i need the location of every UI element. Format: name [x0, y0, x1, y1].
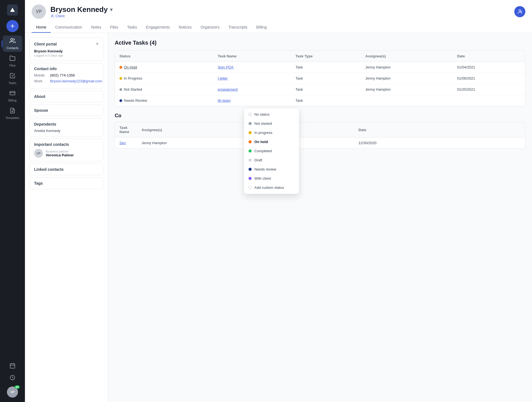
status-needs-review[interactable]: Needs Review [119, 98, 209, 103]
contact-info-details: Mobile (602) 774-1356 Work Bryson.kenned… [34, 73, 99, 83]
chevron-down-icon[interactable]: ▾ [110, 7, 112, 13]
task-date: 12/30/2020 [359, 141, 377, 145]
app-logo [7, 4, 18, 16]
in-progress-label: In progress [254, 131, 272, 135]
important-contacts-section: Important contacts VP Business partner V… [29, 139, 103, 161]
svg-point-11 [52, 14, 53, 16]
with-client-label: With client [254, 176, 271, 180]
tab-engagements[interactable]: Engagements [142, 22, 174, 33]
sidebar-item-templates[interactable]: Templates [3, 105, 22, 122]
no-status-dot [249, 113, 252, 116]
task-type: Task [295, 76, 303, 80]
files-label: Files [9, 64, 16, 67]
important-contact-info: Business partner Veronica Palmer [46, 150, 74, 157]
not-started-dot [249, 122, 252, 125]
col-date: Date [354, 122, 525, 138]
work-email-info: Work Bryson.kennedy123@gmail.com [34, 79, 99, 83]
calendar-icon[interactable] [9, 363, 16, 370]
important-contacts-header[interactable]: Important contacts [34, 142, 99, 147]
dependents-header[interactable]: Dependents [34, 122, 99, 126]
dropdown-item-draft[interactable]: Draft [244, 156, 299, 165]
spouse-section: Spouse [29, 105, 103, 116]
add-button[interactable] [6, 20, 19, 32]
dropdown-item-with-client[interactable]: With client [244, 174, 299, 183]
dropdown-item-needs-review[interactable]: Needs review [244, 165, 299, 174]
active-tasks-title: Active Tasks (4) [115, 40, 525, 46]
tab-organizers[interactable]: Organizers [196, 22, 224, 33]
about-header[interactable]: About [34, 94, 99, 99]
tab-notices[interactable]: Notices [174, 22, 196, 33]
important-contact-initials: VP [37, 152, 41, 155]
sidebar-item-contacts[interactable]: Contacts [3, 35, 22, 52]
tags-section: Tags [29, 177, 103, 189]
profile-action-button[interactable] [514, 6, 525, 17]
work-email-value[interactable]: Bryson.kennedy123@gmail.com [50, 79, 102, 83]
tab-transcripts[interactable]: Transcripts [224, 22, 252, 33]
user-avatar[interactable]: VP 55 [7, 386, 18, 398]
spouse-title: Spouse [34, 108, 48, 113]
col-task-type: Task Type [291, 51, 361, 62]
tab-tasks[interactable]: Tasks [123, 22, 142, 33]
table-row: Sen Jenny Hampton 12/30/2020 [115, 138, 525, 149]
contact-type-badge[interactable]: Client [50, 14, 112, 18]
client-portal-title: Client portal [34, 42, 57, 46]
table-row: Needs Review ith team Task [115, 95, 525, 106]
tab-home[interactable]: Home [32, 22, 51, 33]
task-name-link[interactable]: ith team [218, 98, 231, 103]
status-in-progress[interactable]: In Progress [119, 76, 209, 80]
active-tasks-table: Status Task Name Task Type Assignee(s) D… [115, 50, 525, 106]
tab-notes[interactable]: Notes [87, 22, 106, 33]
tasks-icon [9, 73, 16, 80]
dropdown-item-completed[interactable]: Completed [244, 146, 299, 156]
tab-billing[interactable]: Billing [252, 22, 271, 33]
contact-header: VP Bryson Kennedy ▾ Client [25, 0, 532, 33]
avatar-initials: VP [11, 390, 15, 394]
task-name-link[interactable]: Sen [119, 141, 126, 145]
dropdown-item-on-hold[interactable]: On hold [244, 137, 299, 146]
task-assignee: Jenny Hampton [365, 76, 391, 80]
no-status-label: No status [254, 112, 270, 116]
dropdown-item-no-status[interactable]: No status [244, 110, 299, 119]
client-portal-header[interactable]: Client portal + [34, 41, 99, 47]
status-on-hold[interactable]: On Hold [119, 65, 209, 69]
task-name-link[interactable]: engagement [218, 87, 238, 91]
contact-name-text: Bryson Kennedy [50, 5, 108, 14]
files-icon [9, 55, 16, 63]
table-row: Not Started engagement Task Jenny Hampto… [115, 84, 525, 95]
dropdown-item-in-progress[interactable]: In progress [244, 128, 299, 137]
col-task-name: Task Name [213, 51, 291, 62]
task-name-link[interactable]: t letter [218, 76, 228, 80]
important-contact-name: Veronica Palmer [46, 153, 74, 157]
needs-review-dot [249, 168, 252, 171]
about-section: About [29, 91, 103, 102]
tab-communication[interactable]: Communication [51, 22, 86, 33]
dropdown-item-add-custom[interactable]: Add custom status [244, 183, 299, 192]
linked-contacts-title: Linked contacts [34, 167, 64, 172]
linked-contacts-header[interactable]: Linked contacts [34, 167, 99, 172]
sidebar-item-tasks[interactable]: Tasks [3, 70, 22, 87]
task-name-link[interactable]: Sign POA [218, 65, 234, 69]
client-portal-section: Client portal + Bryson Kennedy Logged in… [29, 37, 103, 61]
status-not-started[interactable]: Not Started [119, 87, 209, 91]
right-panel: Active Tasks (4) Status Task Name Task T… [108, 33, 532, 402]
dependents-section: Dependents Amelia Kennedy [29, 118, 103, 136]
important-contact-person[interactable]: VP Business partner Veronica Palmer [34, 149, 99, 158]
sidebar-item-files[interactable]: Files [3, 53, 22, 69]
tab-files[interactable]: Files [106, 22, 123, 33]
with-client-dot [249, 177, 252, 180]
svg-rect-6 [10, 364, 15, 368]
mobile-info: Mobile (602) 774-1356 [34, 73, 99, 77]
spouse-header[interactable]: Spouse [34, 108, 99, 113]
on-hold-dot [249, 140, 252, 143]
completed-dot [249, 149, 252, 152]
status-label: In Progress [124, 76, 142, 80]
last-login-text: Logged in 5 days ago [34, 54, 99, 57]
completed-label: Completed [254, 149, 272, 153]
sidebar-item-billing[interactable]: Billing [3, 88, 22, 104]
client-portal-add-icon[interactable]: + [96, 41, 99, 47]
col-task-name: Task Name [115, 122, 137, 138]
timer-icon[interactable] [9, 375, 16, 382]
tags-header[interactable]: Tags [34, 181, 99, 185]
dropdown-item-not-started[interactable]: Not started [244, 119, 299, 128]
contact-info-header[interactable]: Contact info [34, 67, 99, 71]
